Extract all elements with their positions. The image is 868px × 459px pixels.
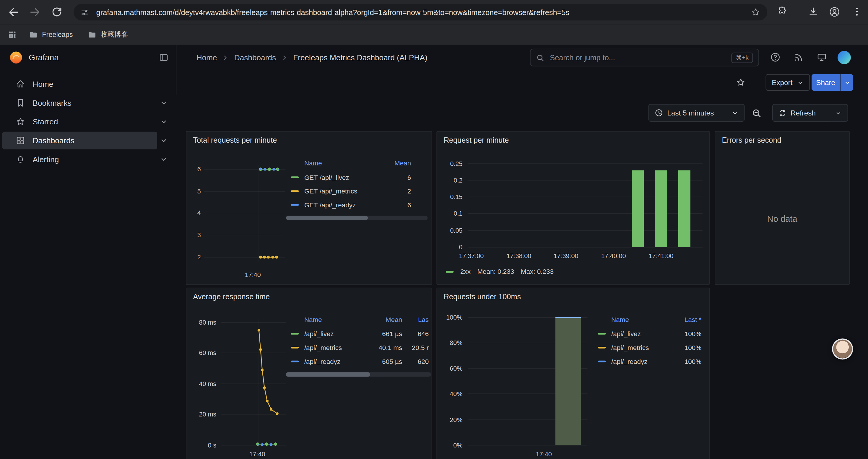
monitor-icon[interactable]	[816, 52, 827, 63]
y-tick: 0.15	[444, 193, 463, 201]
sidebar-item-label: Home	[32, 80, 53, 89]
scrollbar-thumb[interactable]	[286, 216, 368, 220]
series-2xx-bars[interactable]	[632, 170, 690, 247]
legend-row[interactable]: /api/_livez 661 µs 646	[286, 327, 431, 341]
chevron-down-icon[interactable]	[159, 98, 168, 107]
legend-col-mean[interactable]: Mean	[367, 316, 402, 323]
sidebar-item-label: Bookmarks	[32, 98, 71, 107]
refresh-button[interactable]: Refresh	[772, 104, 830, 122]
series-name[interactable]: GET /api/_metrics	[304, 187, 380, 195]
refresh-interval-button[interactable]	[829, 104, 848, 122]
floating-avatar[interactable]	[832, 338, 853, 359]
search-input[interactable]	[549, 53, 732, 62]
series-name[interactable]: GET /api/_readyz	[304, 201, 380, 209]
reload-button[interactable]	[51, 6, 63, 18]
line-chart[interactable]	[204, 165, 285, 262]
chevron-down-icon[interactable]	[159, 136, 168, 145]
search-shortcut-kbd: ⌘+k	[732, 52, 753, 63]
legend-row[interactable]: /api/_readyz 605 µs 620	[286, 355, 431, 368]
back-button[interactable]	[8, 6, 20, 18]
bookmark-folder-freeleaps[interactable]: Freeleaps	[29, 30, 73, 39]
series-percent-bar[interactable]	[555, 318, 581, 446]
series-name[interactable]: /api/_livez	[304, 330, 367, 338]
favorite-star-icon[interactable]	[736, 77, 746, 88]
legend-col-name[interactable]: Name	[611, 316, 670, 323]
sidebar-item-dashboards[interactable]: Dashboards	[0, 131, 176, 150]
panel-title[interactable]: Errors per second	[722, 136, 781, 144]
y-tick: 0%	[440, 441, 463, 450]
y-tick: 4	[189, 208, 201, 218]
downloads-button[interactable]	[808, 6, 820, 18]
legend-row[interactable]: /api/_metrics 40.1 ms 20.5 r	[286, 340, 431, 355]
breadcrumb-dashboards[interactable]: Dashboards	[234, 53, 276, 62]
legend-col-mean[interactable]: Mean	[380, 159, 411, 167]
share-button[interactable]: Share	[812, 74, 840, 91]
site-info-icon[interactable]	[80, 7, 90, 17]
legend-row[interactable]: GET /api/_readyz 6	[286, 198, 428, 212]
bookmark-folder-blogs[interactable]: 收藏博客	[87, 30, 128, 39]
scrollbar-thumb[interactable]	[286, 372, 370, 376]
chevron-down-icon[interactable]	[159, 155, 168, 164]
bar-chart[interactable]	[468, 160, 703, 250]
dashboard-actions-row: Export Share	[176, 70, 868, 95]
search-bar[interactable]: ⌘+k	[530, 49, 759, 66]
panel-title[interactable]: Request per minute	[444, 136, 509, 144]
legend-table: Name Mean GET /api/_livez 6 GET /api/_me…	[286, 156, 428, 212]
profile-button[interactable]	[829, 6, 841, 18]
line-chart[interactable]	[221, 319, 286, 455]
share-label: Share	[816, 78, 835, 87]
legend-row[interactable]: /api/_livez 100%	[593, 327, 706, 341]
sidebar-item-starred[interactable]: Starred	[0, 112, 176, 131]
panel-title[interactable]: Requests under 100ms	[444, 293, 521, 301]
legend-row[interactable]: GET /api/_metrics 2	[286, 184, 428, 198]
legend-col-name[interactable]: Name	[304, 316, 367, 323]
bookmark-star-icon[interactable]	[751, 7, 761, 17]
series-name[interactable]: GET /api/_livez	[304, 173, 380, 181]
legend-table: Name Mean Las /api/_livez 661 µs 646 /ap…	[286, 313, 431, 368]
url-input[interactable]	[95, 7, 751, 17]
extensions-button[interactable]	[777, 6, 789, 18]
collapse-sidebar-icon[interactable]	[159, 53, 169, 63]
legend-col-last[interactable]: Last *	[670, 316, 701, 323]
y-tick: 40 ms	[191, 380, 216, 388]
legend-scrollbar[interactable]	[286, 216, 428, 220]
panel-title[interactable]: Total requests per minute	[193, 136, 277, 144]
legend-row[interactable]: /api/_readyz 100%	[593, 355, 706, 368]
series-swatch-yellow	[291, 190, 299, 192]
x-tick: 17:40	[527, 450, 560, 458]
help-icon[interactable]	[770, 52, 781, 63]
series-mean: 6	[380, 173, 411, 181]
time-range-picker[interactable]: Last 5 minutes	[649, 104, 745, 122]
legend-col-last[interactable]: Las	[402, 316, 429, 323]
legend-col-name[interactable]: Name	[304, 159, 380, 167]
bookmarks-bar: Freeleaps 收藏博客	[0, 24, 868, 45]
legend-row[interactable]: /api/_metrics 100%	[593, 340, 706, 355]
series-name[interactable]: /api/_metrics	[611, 344, 670, 352]
bar-chart[interactable]	[468, 315, 587, 451]
legend-row[interactable]: GET /api/_livez 6	[286, 170, 428, 184]
news-rss-icon[interactable]	[793, 52, 804, 63]
series-name[interactable]: /api/_livez	[611, 330, 670, 338]
forward-button[interactable]	[29, 6, 41, 18]
apps-grid-icon[interactable]	[8, 30, 17, 39]
breadcrumb-home[interactable]: Home	[196, 53, 217, 62]
grafana-logo[interactable]	[9, 50, 23, 65]
x-tick: 17:37:00	[452, 252, 491, 261]
chevron-down-icon[interactable]	[159, 117, 168, 126]
series-name[interactable]: /api/_metrics	[304, 344, 367, 352]
sidebar-item-home[interactable]: Home	[0, 75, 176, 94]
sidebar-item-alerting[interactable]: Alerting	[0, 150, 176, 169]
sidebar-item-bookmarks[interactable]: Bookmarks	[0, 93, 176, 112]
panel-title[interactable]: Average response time	[193, 293, 270, 301]
chevron-right-icon	[222, 54, 229, 61]
series-name[interactable]: /api/_readyz	[611, 358, 670, 365]
browser-menu-button[interactable]	[851, 6, 864, 18]
series-name[interactable]: 2xx	[460, 268, 471, 275]
user-avatar[interactable]	[838, 51, 851, 64]
series-name[interactable]: /api/_readyz	[304, 358, 367, 365]
address-bar[interactable]	[73, 4, 767, 21]
share-menu-button[interactable]	[840, 74, 853, 91]
export-button[interactable]: Export	[766, 74, 810, 91]
legend-scrollbar[interactable]	[286, 372, 431, 376]
zoom-out-button[interactable]	[751, 108, 762, 119]
